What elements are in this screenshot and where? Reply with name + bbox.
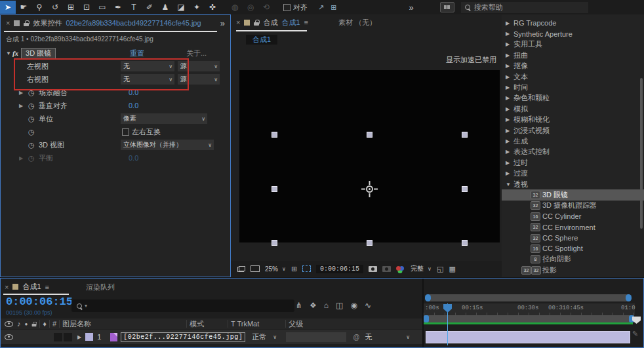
effects-group-表达式控制[interactable]: ▶表达式控制 (502, 147, 644, 157)
hand-tool-icon[interactable]: ☛ (16, 1, 31, 14)
triangle-right-icon[interactable]: ▶ (506, 128, 510, 134)
property-value[interactable]: 0.0 (129, 154, 138, 162)
trkmat-column-header[interactable]: T TrkMat (231, 320, 259, 328)
selection-tool-icon[interactable]: ➤ (0, 1, 16, 14)
effect-item-径向阴影[interactable]: 8径向阴影 (502, 254, 644, 265)
triangle-right-icon[interactable]: ▶ (506, 138, 510, 144)
effect-item-3D 眼镜[interactable]: 323D 眼镜 (502, 189, 644, 200)
property-checkbox[interactable] (122, 128, 129, 136)
composition-viewer[interactable]: 显示加速已禁用 (231, 47, 502, 261)
viewer-timecode[interactable]: 0:00:06:15 (316, 265, 363, 273)
panel-overflow-chevron[interactable]: » (220, 18, 225, 28)
effects-group-沉浸式视频[interactable]: ▶沉浸式视频 (502, 125, 644, 136)
effect-name[interactable]: 3D 眼镜 (21, 48, 56, 59)
mini-flowchart-icon[interactable]: ⋔ (296, 301, 302, 310)
fx-badge-icon[interactable]: fx (12, 49, 18, 57)
eraser-tool-icon[interactable]: ◪ (173, 1, 189, 14)
close-icon[interactable]: × (6, 19, 10, 27)
screen-icon[interactable] (251, 265, 260, 272)
layer-handle[interactable] (462, 187, 467, 191)
toolbar-overflow-chevron[interactable]: » (409, 3, 413, 12)
pan-view-icon[interactable]: ↗ (318, 3, 324, 12)
zoom-dropdown[interactable]: 25%∨ (265, 265, 286, 273)
tab-footage[interactable]: 素材 （无） (338, 18, 376, 28)
effects-group-RG Trapcode[interactable]: ▶RG Trapcode (502, 18, 644, 28)
triangle-right-icon[interactable]: ▶ (506, 74, 510, 80)
panel-menu-icon[interactable]: ≡ (304, 18, 308, 26)
stopwatch-icon[interactable]: ◷ (28, 88, 35, 97)
tab-render-queue[interactable]: 渲染队列 (86, 282, 115, 292)
frame-blend-icon[interactable]: ◫ (336, 301, 343, 310)
property-dropdown-secondary[interactable]: 源∨ (178, 61, 220, 71)
close-icon[interactable]: × (5, 283, 9, 291)
panel-menu-icon[interactable]: ≡ (45, 283, 49, 291)
anchor-point-icon[interactable] (361, 181, 378, 197)
timeline-search-box[interactable]: ▾ (71, 300, 294, 312)
tab-timeline-comp[interactable]: 合成1 (22, 282, 41, 292)
work-area-start-handle[interactable] (424, 315, 429, 322)
label-color-swatch[interactable] (85, 333, 93, 341)
graph-editor-icon[interactable]: ∿ (365, 301, 371, 310)
snap-toggle[interactable]: 对齐 (283, 3, 308, 12)
lock-icon[interactable] (254, 20, 259, 26)
effect-reset-link[interactable]: 重置 (130, 48, 144, 58)
mask-region-icon[interactable]: ⊞ (331, 3, 336, 12)
stopwatch-icon[interactable]: ◷ (28, 115, 35, 123)
navigator-end-handle[interactable] (626, 294, 632, 301)
effects-group-文本[interactable]: ▶文本 (502, 71, 644, 82)
rectangle-tool-icon[interactable]: ▭ (94, 1, 110, 14)
parent-pickwhip-icon[interactable]: @ (353, 334, 359, 341)
resolution-dropdown[interactable]: 完整∨ (411, 264, 432, 273)
stopwatch-icon[interactable]: ◷ (28, 141, 35, 149)
effects-group-模拟[interactable]: ▶模拟 (502, 104, 644, 114)
effect-item-CC Spotlight[interactable]: 16CC Spotlight (502, 243, 644, 254)
property-dropdown[interactable]: 无∨ (121, 74, 174, 85)
stopwatch-icon[interactable]: ◷ (28, 154, 35, 163)
scrollbar[interactable] (640, 78, 643, 229)
triangle-right-icon[interactable]: ▶ (506, 20, 510, 26)
camera-tool-icon[interactable]: ⊞ (63, 1, 79, 14)
effects-group-Synthetic Aperture[interactable]: ▶Synthetic Aperture (502, 28, 644, 39)
expand-triangle-icon[interactable]: ▶ (19, 155, 23, 161)
switch-well[interactable] (64, 333, 72, 341)
multi-view-icon[interactable] (237, 266, 245, 272)
label-column-icon[interactable]: ♦ (43, 320, 47, 328)
triangle-right-icon[interactable]: ▶ (506, 85, 510, 90)
search-menu-chevron[interactable]: ▾ (85, 303, 87, 309)
triangle-right-icon[interactable]: ▶ (506, 41, 510, 47)
show-snapshot-icon[interactable] (382, 266, 391, 272)
parent-column-header[interactable]: 父级 (289, 319, 303, 329)
effects-group-实用工具[interactable]: ▶实用工具 (502, 39, 644, 50)
triangle-right-icon[interactable]: ▶ (506, 63, 510, 69)
time-ruler[interactable]: :00s00:15s00:30s00:310:45s01:0 (424, 303, 635, 315)
property-dropdown[interactable]: 立体图像对（并排）∨ (121, 140, 214, 150)
target-region-icon[interactable]: ◱ (437, 265, 443, 273)
triangle-right-icon[interactable]: ▶ (506, 117, 510, 123)
effect-item-CC Cylinder[interactable]: 16CC Cylinder (502, 211, 644, 222)
draft-3d-icon[interactable]: ❖ (310, 301, 317, 310)
property-dropdown[interactable]: 像素∨ (121, 113, 207, 124)
effects-group-过时[interactable]: ▶过时 (502, 157, 644, 168)
lock-column-icon[interactable] (32, 321, 37, 326)
snap-checkbox[interactable] (283, 4, 291, 11)
type-tool-icon[interactable]: T (126, 1, 142, 14)
help-search-box[interactable]: 搜索帮助 (461, 2, 588, 13)
comp-button-icon[interactable]: ✎ (632, 330, 638, 338)
triangle-down-icon[interactable]: ▼ (506, 182, 511, 187)
layer-handle[interactable] (272, 241, 277, 245)
region-of-interest-icon[interactable] (302, 265, 311, 272)
property-dropdown[interactable]: 无∨ (121, 61, 174, 71)
zoom-tool-icon[interactable]: ⚲ (31, 1, 47, 14)
layer-row[interactable]: ▶ 1 [02be2f...92277146cfe45.jpg] 正常 ∨ @ … (1, 330, 422, 344)
transparency-grid-icon[interactable]: ▦ (449, 265, 455, 273)
tab-composition[interactable]: 合成 (263, 18, 277, 28)
property-dropdown-secondary[interactable]: 源∨ (178, 74, 220, 85)
stopwatch-icon[interactable]: ◷ (28, 102, 35, 110)
time-navigator[interactable] (426, 294, 631, 301)
blend-mode-dropdown[interactable]: 正常 (252, 332, 266, 342)
switch-well[interactable] (54, 333, 62, 341)
effects-group-生成[interactable]: ▶生成 (502, 136, 644, 146)
clone-stamp-tool-icon[interactable]: ♟ (157, 1, 173, 14)
collapse-triangle-icon[interactable]: ▼ (6, 50, 11, 56)
effects-group-透视[interactable]: ▼透视 (502, 179, 644, 189)
